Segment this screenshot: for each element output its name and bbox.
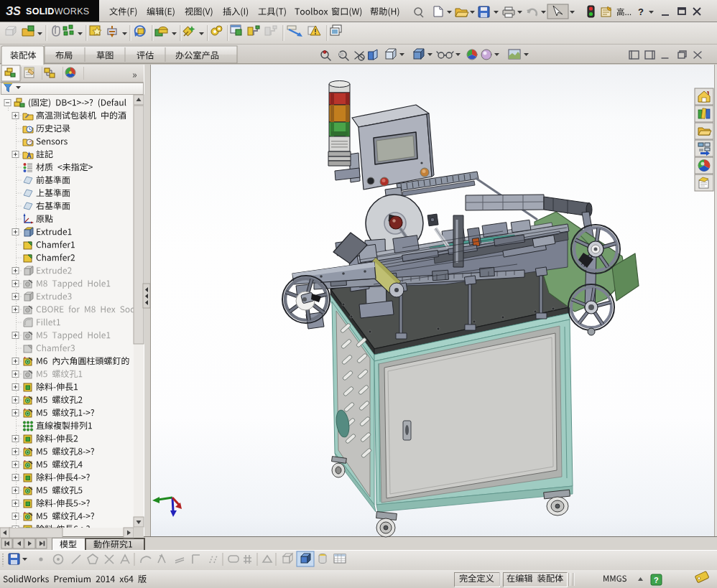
svg-text:ЗS: ЗS xyxy=(6,5,21,17)
svg-text:?: ? xyxy=(654,576,659,584)
svg-text:?: ? xyxy=(638,6,644,17)
svg-text:SOLIDWORKS: SOLIDWORKS xyxy=(26,6,89,17)
